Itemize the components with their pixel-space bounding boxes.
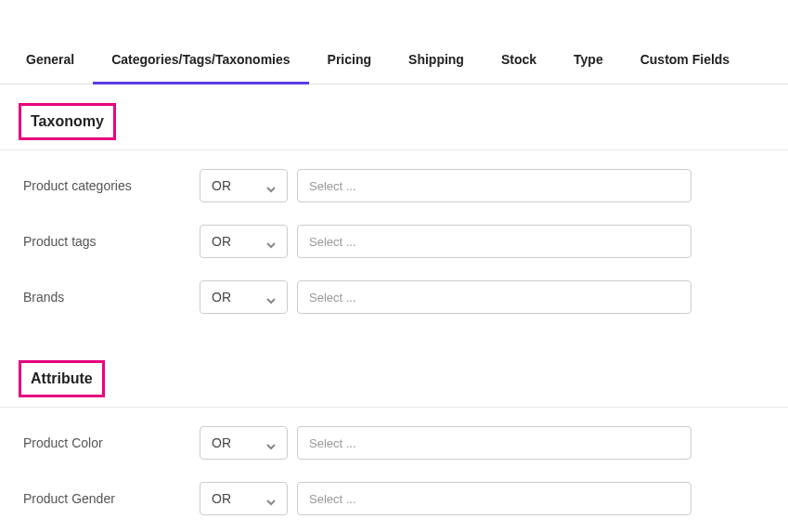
row-product-tags: Product tags OR Select ... [0,214,788,269]
select-input-product-color[interactable]: Select ... [297,426,691,460]
row-brands: Brands OR Select ... [0,269,788,325]
select-placeholder: Select ... [309,179,356,193]
select-placeholder: Select ... [309,235,356,249]
row-product-categories: Product categories OR Select ... [0,158,788,214]
label-product-color: Product Color [23,435,190,450]
section-taxonomy-heading-wrap: Taxonomy [0,84,788,150]
tab-pricing[interactable]: Pricing [309,35,390,84]
select-placeholder: Select ... [309,291,356,305]
chevron-down-icon [266,494,276,503]
logic-select-product-color[interactable]: OR [200,426,288,460]
logic-select-brands[interactable]: OR [200,280,288,314]
select-placeholder: Select ... [309,492,356,506]
select-placeholder: Select ... [309,436,356,450]
chevron-down-icon [266,181,276,190]
logic-value: OR [212,491,231,506]
logic-value: OR [212,178,231,193]
logic-select-product-tags[interactable]: OR [200,225,288,258]
label-product-gender: Product Gender [23,491,190,506]
chevron-down-icon [266,292,276,302]
tab-shipping[interactable]: Shipping [390,35,483,84]
tab-type[interactable]: Type [555,35,622,84]
select-input-product-gender[interactable]: Select ... [297,482,691,515]
select-input-brands[interactable]: Select ... [297,280,691,314]
select-input-product-tags[interactable]: Select ... [297,225,691,258]
logic-select-product-categories[interactable]: OR [200,169,288,202]
logic-value: OR [212,435,231,450]
select-input-product-categories[interactable]: Select ... [297,169,691,202]
label-product-tags: Product tags [23,234,190,249]
heading-attribute: Attribute [19,360,105,397]
chevron-down-icon [266,438,276,448]
tab-custom-fields[interactable]: Custom Fields [622,35,748,84]
tab-categories[interactable]: Categories/Tags/Taxonomies [93,35,308,84]
logic-value: OR [212,290,231,305]
row-product-gender: Product Gender OR Select ... [0,471,788,526]
tab-stock[interactable]: Stock [483,35,555,84]
row-product-color: Product Color OR Select ... [0,415,788,471]
heading-taxonomy: Taxonomy [19,103,116,140]
logic-value: OR [212,234,231,249]
row-product-size: Product Size OR Select ... [0,526,788,532]
tabs-container: General Categories/Tags/Taxonomies Prici… [0,35,788,84]
label-product-categories: Product categories [23,178,190,193]
label-brands: Brands [23,290,190,305]
section-attribute-heading-wrap: Attribute [0,342,788,408]
chevron-down-icon [266,237,276,246]
logic-select-product-gender[interactable]: OR [200,482,288,515]
tab-general[interactable]: General [26,35,93,84]
